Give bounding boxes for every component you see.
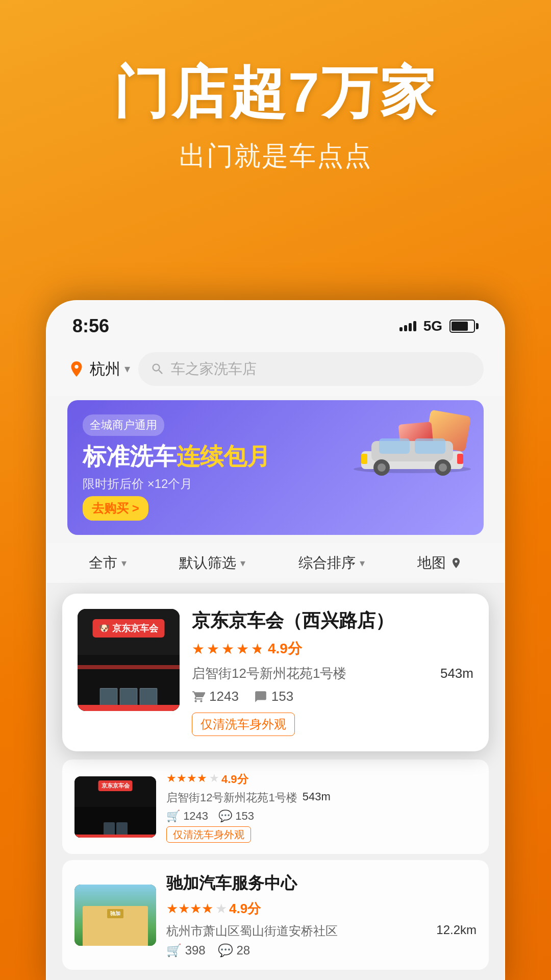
banner-tag: 全城商户通用 bbox=[83, 414, 164, 436]
map-filter-label: 地图 bbox=[417, 553, 446, 573]
search-icon bbox=[151, 362, 165, 376]
store-image-bg: 🐶 京东京车会 bbox=[78, 609, 180, 711]
promo-banner[interactable]: 全城商户通用 标准洗车连续包月 限时折后价 ×12个月 去购买 > bbox=[67, 400, 484, 535]
status-icons: 5G bbox=[399, 318, 479, 334]
second-store-card[interactable]: 京东京车会 ★★★★★ 4.9分 启智街12号新州花苑1号楼 bbox=[62, 760, 489, 854]
location-pin-icon bbox=[67, 360, 86, 378]
third-comments: 28 bbox=[236, 943, 250, 957]
comment-icon bbox=[254, 690, 267, 703]
hero-sub-title: 出门就是车点点 bbox=[0, 138, 551, 174]
map-filter[interactable]: 地图 bbox=[417, 553, 462, 573]
hero-main-title: 门店超7万家 bbox=[0, 61, 551, 123]
store-image: 🐶 京东京车会 bbox=[78, 609, 180, 711]
store-list: 🐶 京东京车会 京东京车会（西兴路店 bbox=[47, 583, 504, 980]
third-store-image: 驰加 bbox=[74, 885, 156, 946]
banner-title-part1: 标准洗车 bbox=[83, 443, 177, 470]
featured-store-card[interactable]: 🐶 京东京车会 京东京车会（西兴路店 bbox=[62, 594, 489, 751]
order-count: 1243 bbox=[209, 689, 239, 704]
order-count-stat: 1243 bbox=[192, 689, 239, 704]
status-bar: 8:56 5G bbox=[47, 301, 504, 345]
stats-row: 1243 153 bbox=[192, 689, 473, 704]
city-filter[interactable]: 全市 ▾ bbox=[89, 553, 127, 573]
location-dropdown-icon: ▾ bbox=[124, 362, 130, 376]
car-illustration-icon bbox=[351, 426, 473, 477]
default-filter[interactable]: 默认筛选 ▾ bbox=[179, 553, 245, 573]
third-store-card[interactable]: 驰加 驰加汽车服务中心 ★★★★★ 4.9分 杭州市萧山区蜀山街道安桥社区 12… bbox=[62, 860, 489, 970]
comment-count: 153 bbox=[271, 689, 293, 704]
network-status: 5G bbox=[423, 318, 442, 334]
second-store-rating: 4.9分 bbox=[221, 772, 248, 787]
store-distance: 543m bbox=[440, 666, 473, 681]
rating-row: ★ ★ ★ ★ ★★ 4.9分 bbox=[192, 639, 473, 658]
second-store-tag: 仅清洗车身外观 bbox=[166, 826, 251, 843]
sort-dropdown-icon: ▾ bbox=[360, 557, 365, 569]
search-bar-container: 杭州 ▾ 车之家洗车店 bbox=[47, 345, 504, 396]
store-address: 启智街12号新州花苑1号楼 bbox=[192, 665, 346, 682]
default-dropdown-icon: ▾ bbox=[240, 557, 245, 569]
banner-decoration bbox=[356, 403, 473, 482]
address-row: 启智街12号新州花苑1号楼 543m bbox=[192, 665, 473, 682]
third-store-distance: 12.2km bbox=[436, 923, 477, 939]
rating-score: 4.9分 bbox=[268, 639, 302, 658]
sort-filter-label: 综合排序 bbox=[298, 553, 356, 573]
city-filter-label: 全市 bbox=[89, 553, 117, 573]
second-store-info: ★★★★★ 4.9分 启智街12号新州花苑1号楼 543m 🛒 1243 💬 1… bbox=[166, 772, 331, 842]
store-info: 京东京车会（西兴路店） ★ ★ ★ ★ ★★ 4.9分 bbox=[192, 609, 473, 736]
service-tags: 仅清洗车身外观 bbox=[192, 713, 473, 736]
hero-section: 门店超7万家 出门就是车点点 bbox=[0, 0, 551, 205]
map-pin-icon bbox=[450, 557, 462, 569]
banner-subtitle: 限时折后价 ×12个月 bbox=[83, 476, 270, 492]
city-dropdown-icon: ▾ bbox=[121, 557, 127, 569]
sort-filter[interactable]: 综合排序 ▾ bbox=[298, 553, 365, 573]
svg-rect-4 bbox=[415, 438, 445, 454]
banner-left-content: 全城商户通用 标准洗车连续包月 限时折后价 ×12个月 去购买 > bbox=[83, 414, 270, 521]
banner-title-highlight: 连续包月 bbox=[177, 443, 270, 470]
banner-buy-button[interactable]: 去购买 > bbox=[83, 496, 148, 521]
phone-mockup: 8:56 5G 杭州 ▾ 车之家洗车店 bbox=[46, 300, 505, 980]
location-text: 杭州 bbox=[90, 359, 120, 380]
cart-icon bbox=[192, 690, 205, 703]
third-store-rating: 4.9分 bbox=[229, 900, 261, 918]
store-card-content: 🐶 京东京车会 京东京车会（西兴路店 bbox=[78, 609, 473, 736]
svg-rect-10 bbox=[457, 454, 463, 464]
second-store-image: 京东京车会 bbox=[74, 776, 156, 838]
star-rating-icon: ★ ★ ★ ★ ★★ bbox=[192, 641, 264, 657]
search-placeholder: 车之家洗车店 bbox=[171, 359, 257, 379]
status-time: 8:56 bbox=[72, 315, 109, 337]
filter-bar: 全市 ▾ 默认筛选 ▾ 综合排序 ▾ 地图 bbox=[47, 543, 504, 583]
third-store-address: 杭州市萧山区蜀山街道安桥社区 bbox=[166, 923, 338, 939]
search-input-box[interactable]: 车之家洗车店 bbox=[138, 352, 484, 386]
second-store-address: 启智街12号新州花苑1号楼 bbox=[166, 790, 297, 805]
second-comments: 💬 153 bbox=[218, 810, 254, 823]
second-orders: 🛒 1243 bbox=[166, 810, 208, 823]
default-filter-label: 默认筛选 bbox=[179, 553, 236, 573]
third-store-name: 驰加汽车服务中心 bbox=[166, 872, 477, 895]
signal-bars-icon bbox=[399, 321, 416, 331]
svg-rect-3 bbox=[379, 438, 410, 454]
battery-icon bbox=[449, 320, 479, 333]
store-name: 京东京车会（西兴路店） bbox=[192, 609, 473, 633]
third-store-info: 驰加汽车服务中心 ★★★★★ 4.9分 杭州市萧山区蜀山街道安桥社区 12.2k… bbox=[166, 872, 477, 958]
banner-title: 标准洗车连续包月 bbox=[83, 441, 270, 473]
location-button[interactable]: 杭州 ▾ bbox=[67, 359, 130, 380]
service-tag: 仅清洗车身外观 bbox=[192, 713, 295, 736]
svg-point-6 bbox=[378, 463, 386, 472]
svg-point-8 bbox=[439, 463, 447, 472]
second-store-distance: 543m bbox=[303, 790, 331, 805]
jd-logo: 🐶 京东京车会 bbox=[92, 619, 164, 638]
third-orders: 398 bbox=[185, 943, 206, 957]
comment-count-stat: 153 bbox=[254, 689, 293, 704]
svg-rect-9 bbox=[361, 454, 367, 464]
